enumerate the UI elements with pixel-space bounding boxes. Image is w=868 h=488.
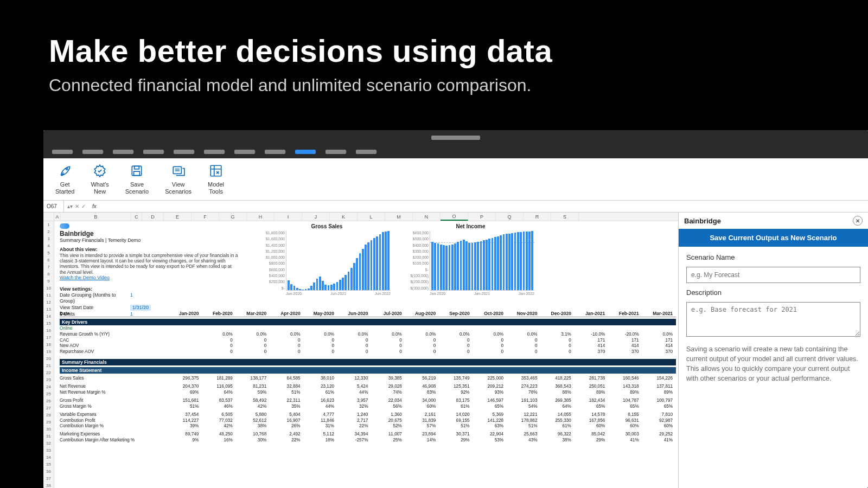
ribbon-label: View Scenarios [165, 181, 192, 194]
app-window: Get Started What's New Save Scenario Vie… [43, 130, 868, 488]
ribbon: Get Started What's New Save Scenario Vie… [43, 158, 868, 201]
col-header[interactable]: B [61, 213, 131, 221]
ribbon-get-started[interactable]: Get Started [55, 164, 74, 194]
svg-rect-4 [173, 167, 181, 174]
net-income-chart: Net Income$600,000$500,000$400,000$300,0… [407, 223, 534, 296]
description-label: Description [686, 288, 860, 297]
scenario-name-label: Scenario Name [686, 253, 860, 261]
chrome-tab[interactable] [356, 150, 376, 154]
row-repurchase-aov: Repurchase AOV00000000000370370370 [60, 349, 676, 355]
about-body: This view is intended to provide a simpl… [60, 253, 239, 275]
scenario-name-input[interactable] [686, 267, 860, 283]
row-contribution-margin: Contribution Margin %39%42%38%26%31%22%5… [60, 423, 676, 429]
col-header[interactable]: Q [496, 213, 524, 221]
ribbon-label: Get Started [55, 181, 74, 194]
chrome-tab[interactable] [82, 150, 103, 154]
chrome-tab[interactable] [113, 150, 133, 154]
setting-key: Date Grouping (Months to Group) [60, 292, 130, 304]
side-panel: Bainbridge ✕ Save Current Output as New … [678, 213, 868, 488]
col-header[interactable]: P [468, 213, 496, 221]
row-marketing-expenses: Marketing Expenses89,74948,25010,7682,49… [60, 432, 676, 438]
row-gross-profit: Gross Profit151,68183,53758,49222,31116,… [60, 398, 676, 404]
col-header[interactable]: G [219, 213, 247, 221]
row-net-revenue: Net Revenue204,370116,09581,23132,88423,… [60, 384, 676, 390]
financials-table: DateJan-2020Feb-2020Mar-2020Apr-2020May-… [60, 311, 676, 443]
chart-title: Gross Sales [263, 223, 391, 230]
row-contribution-profit: Contribution Profit114,22777,03252,61216… [60, 418, 676, 423]
col-header[interactable]: M [385, 213, 413, 221]
chrome-tab[interactable] [174, 150, 194, 154]
hero-title: Make better decisions using data [49, 33, 819, 69]
description-input[interactable] [686, 302, 860, 337]
chrome-tab[interactable] [52, 150, 73, 154]
chrome-tab-active[interactable] [295, 150, 316, 154]
col-header[interactable]: O [441, 213, 468, 221]
chrome-tab[interactable] [234, 150, 255, 154]
chrome-tab[interactable] [326, 150, 346, 154]
svg-point-0 [66, 169, 67, 170]
name-box[interactable]: O67 [43, 201, 64, 212]
sheet-content: Bainbridge Summary Financials | Temerity… [54, 221, 678, 488]
side-panel-title: Bainbridge [684, 217, 721, 225]
ribbon-label: What's New [91, 181, 108, 194]
company-logo-icon [60, 223, 69, 229]
section-summary: Summary Financials [60, 359, 676, 365]
svg-rect-3 [134, 171, 140, 176]
row-variable-expenses: Variable Expenses37,4546,5055,8805,4044,… [60, 412, 676, 418]
col-header[interactable]: N [413, 213, 441, 221]
badge-icon [93, 164, 107, 178]
svg-rect-5 [210, 166, 221, 177]
row-net-revenue-margin: Net Revenue Margin %69%64%59%51%61%44%74… [60, 390, 676, 396]
chart-title: Net Income [407, 223, 534, 230]
ribbon-save-scenario[interactable]: Save Scenario [125, 164, 149, 194]
col-header[interactable]: H [247, 213, 275, 221]
col-header[interactable]: R [524, 213, 551, 221]
ribbon-label: Save Scenario [125, 181, 149, 194]
col-header[interactable]: F [192, 213, 219, 221]
ribbon-model-tools[interactable]: Model Tools [208, 164, 224, 194]
scenarios-icon [171, 164, 186, 178]
spreadsheet[interactable]: ABCDEFGHIJKLMNOPQRS 12345678910111213141… [43, 213, 678, 488]
svg-rect-2 [135, 166, 139, 169]
hero-subtitle: Connected financial model and unlimited … [49, 75, 819, 95]
col-header[interactable]: J [302, 213, 330, 221]
col-header[interactable]: A [54, 213, 61, 221]
row-numbers: 1234567891011121314151617181920212223242… [43, 221, 54, 488]
ribbon-label: Model Tools [208, 181, 224, 194]
col-header[interactable]: E [164, 213, 192, 221]
col-header[interactable]: I [275, 213, 302, 221]
formula-bar: O67 ▴▾ ✕ ✓ fx [43, 201, 868, 213]
setting-value[interactable]: 1/31/20 [130, 305, 151, 311]
row-cac: CAC00000000000171171171 [60, 337, 676, 343]
table-header: DateJan-2020Feb-2020Mar-2020Apr-2020May-… [60, 311, 676, 317]
chrome-tab[interactable] [143, 150, 164, 154]
section-income: Income Statement [60, 367, 676, 374]
section-key-drivers: Key Drivers [60, 319, 676, 325]
save-scenario-button[interactable]: Save Current Output as New Scenario [679, 229, 868, 247]
scenario-help-text: Saving a scenario will create a new tab … [686, 342, 860, 384]
chrome-tab[interactable] [204, 150, 225, 154]
fx-confirm-icon[interactable]: ✓ [81, 203, 86, 209]
row-gross-margin: Gross Margin %51%46%42%35%44%32%56%60%61… [60, 403, 676, 409]
setting-key: View Start Date [60, 305, 130, 311]
setting-value[interactable]: 1 [130, 292, 133, 304]
col-header[interactable]: K [330, 213, 358, 221]
ribbon-whats-new[interactable]: What's New [91, 164, 108, 194]
window-tabbar [43, 145, 868, 158]
fx-stepper-icon[interactable]: ▴▾ [67, 203, 73, 209]
row-new-aov: New AOV00000000000414414414 [60, 343, 676, 349]
col-header[interactable]: D [142, 213, 164, 221]
gross-sales-chart: Gross Sales$1,800,000$1,600,000$1,400,00… [263, 223, 391, 296]
row-gross-sales: Gross Sales296,375181,289138,17764,58538… [60, 376, 676, 382]
fx-cancel-icon[interactable]: ✕ [75, 203, 79, 209]
window-title-placeholder [431, 136, 480, 140]
close-icon[interactable]: ✕ [853, 216, 863, 226]
chrome-tab[interactable] [265, 150, 285, 154]
col-header[interactable]: S [551, 213, 579, 221]
ribbon-view-scenarios[interactable]: View Scenarios [165, 164, 192, 194]
section-online: Online [60, 325, 676, 331]
rocket-icon [58, 164, 72, 178]
save-icon [130, 164, 144, 178]
col-header[interactable]: L [358, 213, 385, 221]
col-header[interactable]: C [131, 213, 142, 221]
